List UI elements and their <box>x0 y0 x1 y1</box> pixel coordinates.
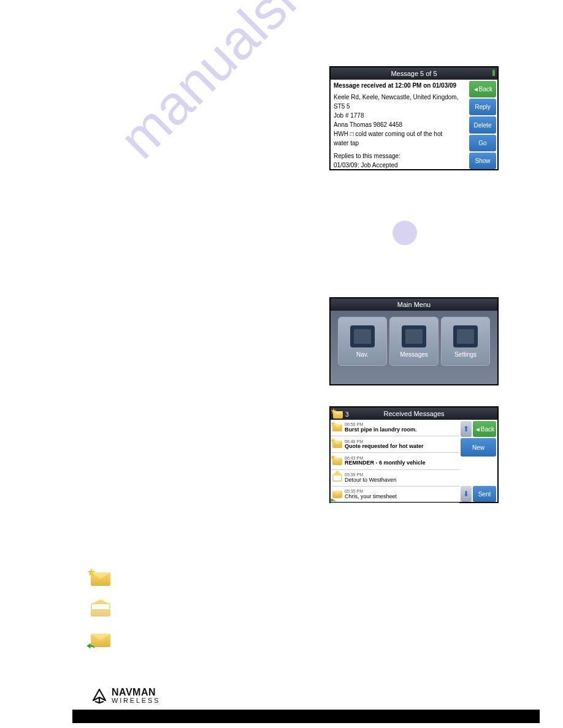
navman-logo-icon <box>91 688 108 704</box>
received-title-bar: 3 Received Messages <box>331 408 497 420</box>
list-item[interactable]: 05:35 PMChris, your timesheet <box>331 487 459 503</box>
main-menu-messages[interactable]: Messages <box>389 317 439 366</box>
message-detail-screenshot: Message 5 of 5 Message received at 12:00… <box>329 66 499 170</box>
list-item[interactable]: 06:50 PMBurst pipe in laundry room. <box>331 420 459 436</box>
main-menu-nav[interactable]: Nav. <box>338 317 387 366</box>
unread-message-legend-icon <box>91 572 110 586</box>
received-messages-screenshot: 3 Received Messages 06:50 PMBurst pipe i… <box>329 406 499 503</box>
replied-envelope-icon <box>332 491 342 498</box>
back-button[interactable]: ◄Back <box>473 421 496 437</box>
brand-name: NAVMAN <box>112 688 160 697</box>
unread-count: 3 <box>345 409 349 421</box>
message-desc-1: HWH □ cold water coming out of the hot <box>334 130 465 138</box>
list-item[interactable]: 05:39 PMDetour to Westhaven <box>331 470 459 487</box>
navman-logo: NAVMAN WIRELESS <box>91 688 160 704</box>
replied-message-legend-icon <box>91 634 110 647</box>
show-button[interactable]: Show <box>469 153 496 169</box>
nav-icon <box>350 325 375 347</box>
delete-button[interactable]: Delete <box>469 116 496 133</box>
message-body-text: Message received at 12:00 PM on 01/03/09… <box>331 80 468 170</box>
read-message-legend-icon <box>91 603 110 616</box>
inbox-icon <box>333 411 343 419</box>
main-menu-screenshot: Main Menu Nav. Messages Settings <box>329 297 499 385</box>
go-button[interactable]: Go <box>469 135 496 151</box>
reply-button[interactable]: Reply <box>469 99 496 115</box>
new-button[interactable]: New <box>461 438 496 457</box>
scroll-up-button[interactable]: ⬆ <box>461 421 472 437</box>
nav-label: Nav. <box>356 351 369 358</box>
brand-sub: WIRELESS <box>112 697 160 704</box>
row-subject: REMINDER - 6 monthly vehicle <box>345 460 426 466</box>
main-menu-settings[interactable]: Settings <box>441 317 490 366</box>
messages-icon <box>402 325 426 347</box>
message-contact: Anna Thomas 9862 4458 <box>334 121 465 129</box>
sent-button[interactable]: Sent <box>473 486 496 502</box>
row-subject: Quote requested for hot water <box>345 444 424 450</box>
back-button[interactable]: ◄Back <box>469 81 496 97</box>
message-address-1: Keele Rd, Keele, Newcastle, United Kingd… <box>334 93 465 101</box>
unread-envelope-icon <box>332 424 342 431</box>
row-subject: Detour to Westhaven <box>345 477 396 483</box>
footer-bar <box>72 710 540 723</box>
row-subject: Chris, your timesheet <box>345 494 397 500</box>
watermark-dot <box>393 221 417 245</box>
read-envelope-icon <box>332 474 342 482</box>
message-title-bar: Message 5 of 5 <box>331 67 497 80</box>
settings-label: Settings <box>454 351 477 358</box>
main-menu-title: Main Menu <box>331 298 497 311</box>
scroll-down-button[interactable]: ⬇ <box>461 486 472 502</box>
row-subject: Burst pipe in laundry room. <box>345 427 417 433</box>
unread-envelope-icon <box>332 441 342 448</box>
message-received-line: Message received at 12:00 PM on 01/03/09 <box>334 82 465 89</box>
message-list: 06:50 PMBurst pipe in laundry room. 06:4… <box>331 420 459 503</box>
received-title-text: Received Messages <box>383 410 444 417</box>
messages-label: Messages <box>400 351 428 358</box>
unread-envelope-icon <box>332 458 342 465</box>
settings-icon <box>453 325 478 347</box>
message-address-2: ST5 5 <box>334 102 465 110</box>
message-job: Job # 1778 <box>334 112 465 119</box>
list-item[interactable]: 06:43 PMREMINDER - 6 monthly vehicle <box>331 453 459 469</box>
message-desc-2: water tap <box>334 139 465 147</box>
reply-1: 01/03/09: Job Accepted <box>334 161 465 169</box>
list-item[interactable]: 06:48 PMQuote requested for hot water <box>331 436 459 453</box>
replies-header: Replies to this message: <box>334 152 465 160</box>
